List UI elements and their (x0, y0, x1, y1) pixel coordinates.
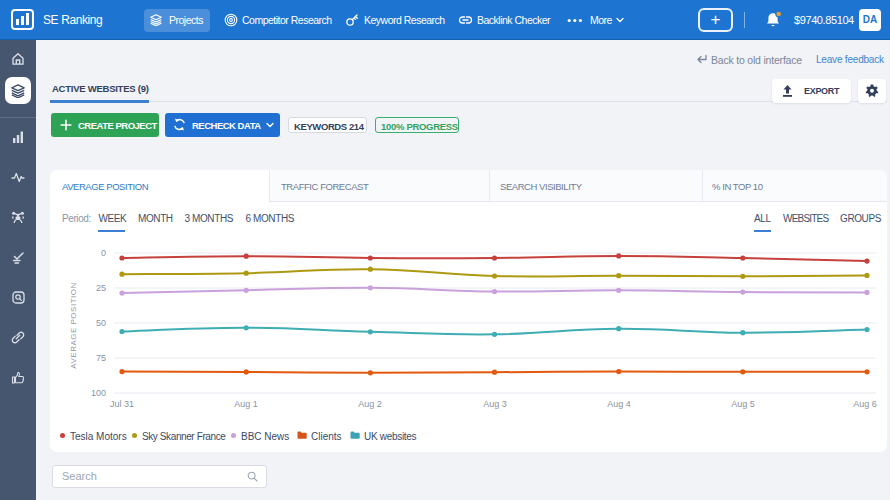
svg-text:75: 75 (96, 353, 106, 363)
svg-text:100: 100 (91, 388, 106, 398)
svg-text:Jul 31: Jul 31 (110, 399, 134, 409)
svg-text:0: 0 (101, 248, 106, 258)
svg-text:50: 50 (96, 318, 106, 328)
svg-text:Aug 3: Aug 3 (483, 399, 507, 409)
svg-text:Aug 1: Aug 1 (234, 399, 258, 409)
svg-text:Aug 2: Aug 2 (358, 399, 382, 409)
svg-text:Aug 5: Aug 5 (731, 399, 755, 409)
svg-text:25: 25 (96, 283, 106, 293)
svg-text:Aug 6: Aug 6 (853, 399, 877, 409)
svg-text:Aug 4: Aug 4 (607, 399, 631, 409)
